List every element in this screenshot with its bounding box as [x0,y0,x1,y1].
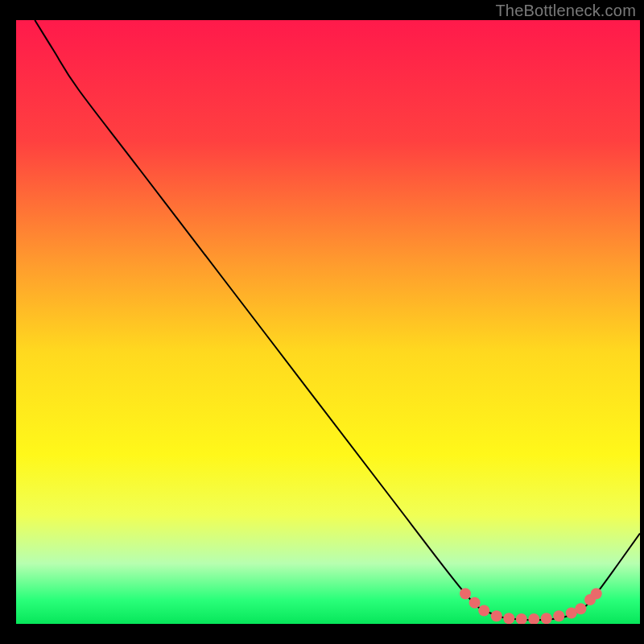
marker-dot [516,613,527,625]
marker-dot [541,613,552,624]
bottleneck-chart [0,0,644,644]
marker-dot [478,605,489,617]
plot-background [16,20,640,624]
marker-dot [469,597,481,609]
attribution-text: TheBottleneck.com [495,2,636,20]
marker-dot [503,613,514,624]
marker-dot [491,610,502,621]
marker-dot [553,610,564,621]
marker-dot [460,588,471,600]
marker-dot [528,613,539,625]
marker-dot [575,603,586,614]
marker-dot [591,588,602,600]
chart-stage: TheBottleneck.com [0,0,644,644]
